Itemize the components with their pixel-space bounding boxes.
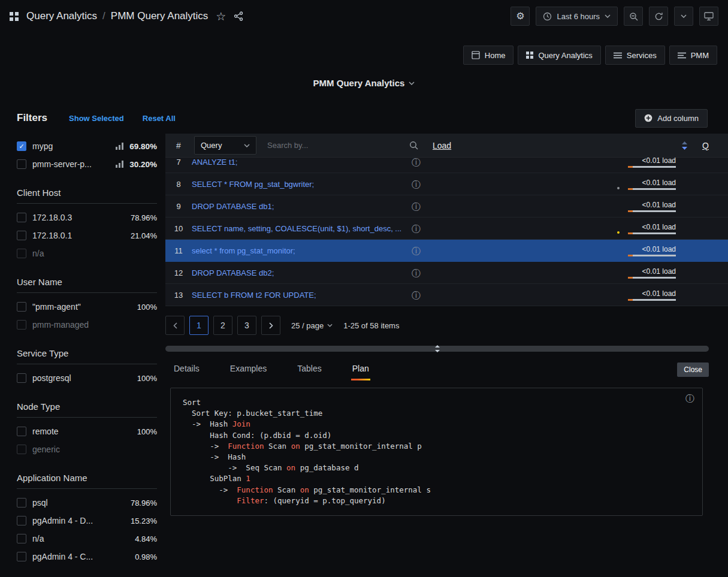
dashboard-links-row: Home Query Analytics Services PMM — [0, 46, 728, 65]
page-button[interactable]: 2 — [213, 316, 232, 335]
query-link[interactable]: SELECT name, setting, COALESCE(unit, $1)… — [192, 224, 401, 233]
query-cell: select * from pg_stat_monitor;ⓘ — [192, 246, 427, 255]
checkbox[interactable] — [17, 320, 26, 330]
query-link[interactable]: SELECT b FROM t2 FOR UPDATE; — [192, 291, 316, 300]
checkbox[interactable] — [17, 213, 26, 222]
nav-button-services[interactable]: Services — [605, 46, 665, 65]
reset-all-link[interactable]: Reset All — [143, 114, 176, 123]
tab-tables[interactable]: Tables — [296, 359, 322, 380]
info-icon[interactable]: ⓘ — [407, 268, 421, 277]
info-icon[interactable]: ⓘ — [407, 180, 421, 189]
filter-item-label: 172.18.0.3 — [32, 213, 125, 222]
nav-button-pmm[interactable]: PMM — [669, 46, 717, 65]
info-icon[interactable]: ⓘ — [407, 246, 421, 255]
query-link[interactable]: DROP DATABASE db1; — [192, 202, 274, 211]
checkbox[interactable] — [17, 302, 26, 312]
query-cell: SELECT b FROM t2 FOR UPDATE;ⓘ — [192, 291, 427, 300]
checkbox[interactable] — [17, 498, 26, 507]
query-cell: DROP DATABASE db2;ⓘ — [192, 268, 427, 277]
filter-group: Application Namepsql78.96%pgAdmin 4 - D.… — [17, 458, 157, 566]
breadcrumb-pmm-query-analytics[interactable]: PMM Query Analytics — [111, 10, 209, 22]
zoom-out-button[interactable] — [624, 7, 643, 26]
filter-item[interactable]: pgAdmin 4 - C...0.98% — [17, 548, 157, 566]
page-title[interactable]: PMM Query Analytics — [313, 78, 405, 88]
details-tabs: DetailsExamplesTablesPlanClose — [165, 359, 709, 380]
filter-item[interactable]: 172.18.0.121.04% — [17, 226, 157, 244]
close-button[interactable]: Close — [677, 362, 709, 377]
query-link[interactable]: ANALYZE t1; — [192, 158, 237, 167]
table-row[interactable]: 10SELECT name, setting, COALESCE(unit, $… — [165, 217, 728, 240]
info-icon[interactable]: ⓘ — [407, 202, 421, 211]
query-link[interactable]: select * from pg_stat_monitor; — [192, 246, 295, 255]
nav-button-label: Query Analytics — [538, 51, 592, 60]
filter-item[interactable]: generic — [17, 440, 157, 458]
filter-item[interactable]: pmm-server-p...30.20% — [17, 155, 157, 173]
filter-item[interactable]: "pmm-agent"100% — [17, 298, 157, 316]
checkbox[interactable] — [17, 231, 26, 240]
filter-item[interactable]: pmm-managed — [17, 316, 157, 334]
checkbox[interactable] — [17, 159, 26, 169]
checkbox[interactable]: ✓ — [17, 141, 26, 151]
page-button[interactable]: 1 — [189, 316, 209, 335]
query-column-dropdown[interactable]: Query — [194, 136, 256, 155]
table-row[interactable]: 9DROP DATABASE db1;ⓘ<0.01 load — [165, 195, 728, 217]
checkbox[interactable] — [17, 249, 26, 258]
filter-item-percent: 4.84% — [135, 534, 157, 543]
page-button[interactable]: 3 — [237, 316, 256, 335]
dashboard-settings-button[interactable]: ⚙ — [510, 7, 530, 26]
refresh-button[interactable] — [649, 7, 668, 26]
table-row[interactable]: 13SELECT b FROM t2 FOR UPDATE;ⓘ<0.01 loa… — [165, 284, 728, 306]
filter-item[interactable]: psql78.96% — [17, 494, 157, 512]
star-icon[interactable]: ☆ — [216, 11, 226, 22]
table-row[interactable]: 12DROP DATABASE db2;ⓘ<0.01 load — [165, 262, 728, 284]
info-icon[interactable]: ⓘ — [407, 224, 421, 233]
chevron-down-icon[interactable] — [409, 81, 415, 85]
info-icon[interactable]: ⓘ — [685, 394, 694, 403]
checkbox[interactable] — [17, 516, 26, 525]
apps-grid-icon[interactable] — [10, 12, 19, 21]
tab-examples[interactable]: Examples — [229, 359, 268, 380]
table-row[interactable]: 8SELECT * FROM pg_stat_bgwriter;ⓘ<0.01 l… — [165, 173, 728, 195]
filter-item[interactable]: ✓mypg69.80% — [17, 137, 157, 155]
load-value: <0.01 load — [628, 267, 676, 276]
column-header-load[interactable]: Load — [433, 141, 451, 150]
query-link[interactable]: SELECT * FROM pg_stat_bgwriter; — [192, 180, 314, 189]
share-icon[interactable] — [234, 11, 243, 21]
checkbox[interactable] — [17, 373, 26, 383]
tab-plan[interactable]: Plan — [351, 359, 370, 380]
checkbox[interactable] — [17, 427, 26, 436]
refresh-interval-dropdown[interactable] — [674, 7, 693, 26]
previous-page-button[interactable] — [165, 316, 185, 335]
checkbox[interactable] — [17, 552, 26, 561]
tab-details[interactable]: Details — [173, 359, 201, 380]
filter-item[interactable]: pgAdmin 4 - D...15.23% — [17, 512, 157, 530]
next-page-button[interactable] — [261, 316, 280, 335]
search-icon[interactable] — [409, 141, 418, 150]
search-input[interactable] — [267, 141, 406, 150]
filter-item[interactable]: n/a4.84% — [17, 530, 157, 548]
info-icon[interactable]: ⓘ — [407, 291, 421, 300]
filter-item[interactable]: remote100% — [17, 422, 157, 440]
nav-button-home[interactable]: Home — [463, 46, 514, 65]
tv-mode-button[interactable] — [699, 7, 718, 26]
breadcrumb-query-analytics[interactable]: Query Analytics — [26, 10, 97, 22]
add-column-button[interactable]: Add column — [635, 109, 708, 128]
table-row[interactable]: 7ANALYZE t1;ⓘ<0.01 load — [165, 158, 728, 173]
panel-splitter[interactable] — [165, 346, 709, 352]
checkbox[interactable] — [17, 534, 26, 543]
query-link[interactable]: DROP DATABASE db2; — [192, 268, 274, 277]
table-row[interactable]: 11select * from pg_stat_monitor;ⓘ<0.01 l… — [165, 240, 728, 262]
info-icon[interactable]: ⓘ — [407, 158, 421, 167]
page-size-selector[interactable]: 25 / page — [291, 321, 333, 330]
resize-handle-icon[interactable] — [434, 345, 440, 352]
column-header-next[interactable]: Q — [696, 141, 709, 150]
checkbox[interactable] — [17, 445, 26, 454]
time-range-picker[interactable]: Last 6 hours — [536, 7, 618, 26]
show-selected-link[interactable]: Show Selected — [69, 114, 124, 123]
nav-button-query-analytics[interactable]: Query Analytics — [518, 46, 600, 65]
filter-item[interactable]: n/a — [17, 244, 157, 262]
filter-item[interactable]: 172.18.0.378.96% — [17, 209, 157, 226]
filter-item[interactable]: postgresql100% — [17, 369, 157, 387]
top-bar: Query Analytics PMM Query Analytics ☆ ⚙ … — [0, 0, 728, 28]
sort-arrows-icon[interactable] — [681, 141, 688, 150]
